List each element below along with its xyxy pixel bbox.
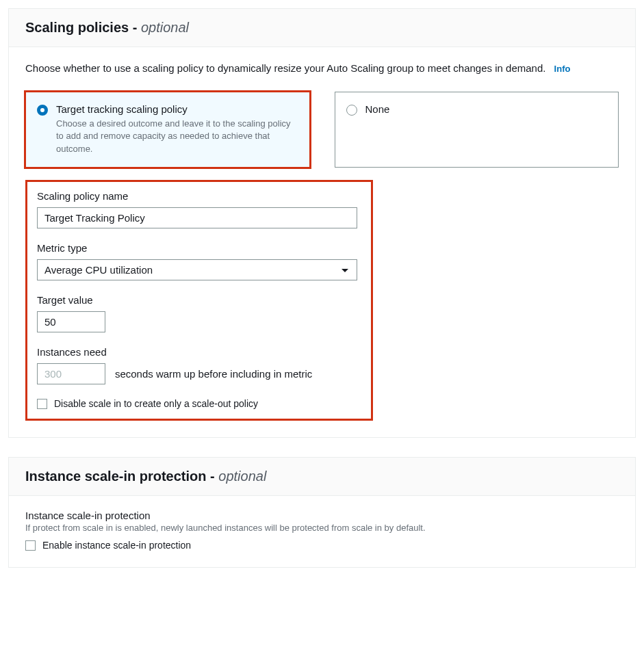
metric-type-select[interactable]: Average CPU utilization — [37, 259, 357, 280]
enable-protection-checkbox[interactable] — [25, 540, 36, 551]
disable-scale-in-checkbox[interactable] — [37, 399, 47, 409]
scale-in-protection-panel: Instance scale-in protection - optional … — [8, 457, 636, 568]
disable-scale-in-label: Disable scale in to create only a scale-… — [54, 398, 258, 409]
target-value-input[interactable] — [37, 311, 105, 332]
radio-checked-icon — [37, 105, 48, 116]
warmup-seconds-input[interactable] — [37, 363, 105, 384]
scale-in-protection-title: Instance scale-in protection - optional — [25, 469, 266, 484]
protection-subheading: Instance scale-in protection — [25, 510, 619, 521]
scaling-policies-description: Choose whether to use a scaling policy t… — [25, 61, 619, 77]
instances-need-label: Instances need — [37, 346, 361, 358]
policy-name-input[interactable] — [37, 207, 357, 228]
protection-helper-text: If protect from scale in is enabled, new… — [25, 523, 619, 533]
target-value-label: Target value — [37, 294, 361, 306]
enable-protection-label: Enable instance scale-in protection — [42, 540, 191, 551]
policy-name-label: Scaling policy name — [37, 190, 361, 202]
scaling-policies-header: Scaling policies - optional — [9, 9, 635, 47]
target-tracking-description: Choose a desired outcome and leave it to… — [56, 118, 297, 157]
scaling-policies-title: Scaling policies - optional — [25, 20, 189, 36]
metric-type-label: Metric type — [37, 242, 361, 254]
radio-unchecked-icon — [346, 105, 357, 116]
none-title: None — [365, 103, 390, 115]
target-tracking-title: Target tracking scaling policy — [56, 103, 297, 115]
warmup-suffix-text: seconds warm up before including in metr… — [115, 368, 312, 380]
target-tracking-option[interactable]: Target tracking scaling policy Choose a … — [25, 92, 310, 168]
info-link[interactable]: Info — [554, 64, 571, 74]
policy-settings-highlight: Scaling policy name Metric type Average … — [25, 180, 373, 421]
none-option[interactable]: None — [335, 92, 619, 168]
scaling-policies-panel: Scaling policies - optional Choose wheth… — [8, 8, 636, 438]
scale-in-protection-header: Instance scale-in protection - optional — [9, 458, 635, 496]
policy-type-radio-group: Target tracking scaling policy Choose a … — [25, 92, 619, 168]
